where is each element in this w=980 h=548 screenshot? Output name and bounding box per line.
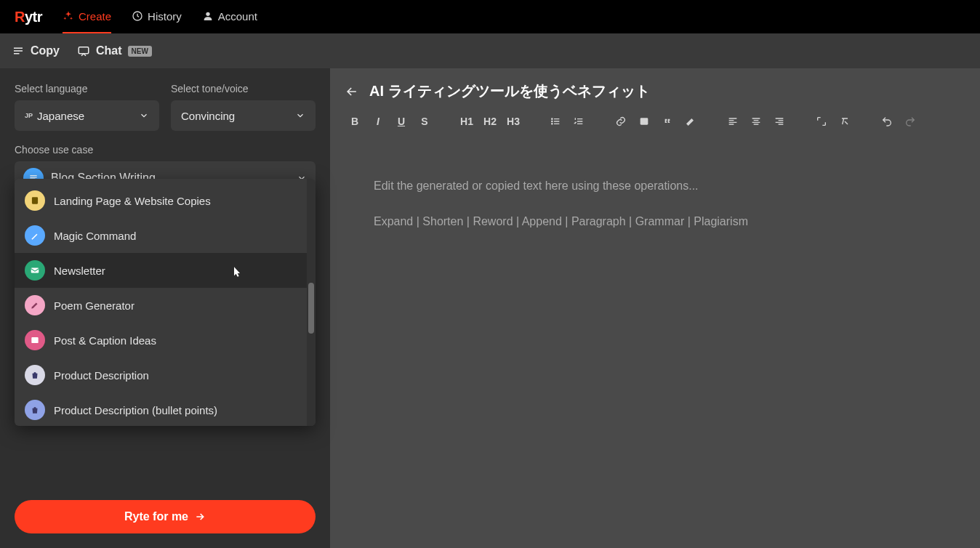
top-nav: Rytr Create History Account — [0, 0, 980, 33]
scrollbar[interactable] — [307, 179, 316, 426]
tone-label: Select tone/voice — [171, 83, 316, 94]
ryte-button[interactable]: Ryte for me — [15, 500, 316, 533]
underline-button[interactable]: U — [391, 111, 411, 132]
doc-header: AI ライティングツールを使うベネフィット — [330, 68, 980, 108]
user-icon — [202, 10, 214, 22]
doc-title[interactable]: AI ライティングツールを使うベネフィット — [369, 81, 650, 101]
tab-create-label: Create — [79, 10, 111, 23]
sidebar: Select language JP Japanese Select tone/… — [0, 68, 330, 548]
editor-placeholder: Edit the generated or copied text here u… — [374, 176, 936, 197]
ryte-button-label: Ryte for me — [124, 510, 188, 523]
new-badge: NEW — [128, 46, 152, 57]
chat-icon — [77, 44, 90, 57]
menu-icon — [12, 44, 25, 57]
redo-button[interactable] — [900, 111, 920, 132]
svg-point-1 — [206, 12, 209, 16]
chevron-down-icon — [295, 110, 305, 121]
tone-select[interactable]: Convincing — [171, 100, 316, 131]
dropdown-item[interactable]: Product Description — [15, 358, 307, 392]
history-icon — [132, 10, 143, 22]
svg-point-8 — [552, 124, 553, 124]
list-ul-button[interactable] — [545, 111, 566, 132]
dropdown-item-label: Product Description — [54, 369, 149, 382]
clear-format-button[interactable] — [835, 111, 855, 132]
dropdown-item[interactable]: Product Description (bullet points) — [15, 392, 307, 426]
sub-bar: Copy Chat NEW — [0, 33, 980, 68]
tab-history-label: History — [148, 10, 182, 23]
tab-create[interactable]: Create — [63, 0, 111, 33]
image-icon — [25, 330, 45, 350]
link-button[interactable] — [611, 111, 631, 132]
bag-icon — [25, 400, 45, 420]
svg-point-6 — [552, 118, 553, 119]
language-prefix: JP — [25, 112, 33, 119]
italic-button[interactable]: I — [368, 111, 388, 132]
h1-button[interactable]: H1 — [457, 111, 477, 132]
nav-tabs: Create History Account — [63, 0, 257, 33]
arrow-right-icon — [194, 511, 206, 523]
mode-chat-label: Chat — [96, 44, 122, 57]
h3-button[interactable]: H3 — [503, 111, 523, 132]
dropdown-item[interactable]: Poem Generator — [15, 288, 307, 323]
mode-copy-label: Copy — [31, 44, 60, 57]
mode-chat[interactable]: Chat NEW — [77, 44, 152, 57]
strike-button[interactable]: S — [414, 111, 435, 132]
chevron-down-icon — [139, 110, 149, 121]
svg-rect-9 — [640, 118, 648, 124]
dropdown-item-label: Post & Caption Ideas — [54, 334, 156, 347]
undo-button[interactable] — [877, 111, 897, 132]
mode-copy[interactable]: Copy — [12, 44, 60, 57]
svg-point-7 — [552, 121, 553, 121]
tone-value: Convincing — [181, 110, 235, 122]
editor-toolbar: B I U S H1 H2 H3 — [330, 108, 980, 142]
editor-ops: Expand | Shorten | Reword | Append | Par… — [374, 211, 936, 233]
back-button[interactable] — [345, 84, 359, 99]
svg-rect-5 — [31, 337, 38, 343]
align-center-button[interactable] — [746, 111, 766, 132]
sparkle-icon — [63, 10, 74, 22]
dropdown-item-label: Landing Page & Website Copies — [54, 195, 211, 207]
language-label: Select language — [15, 83, 159, 94]
align-left-button[interactable] — [723, 111, 743, 132]
tab-account-label: Account — [218, 10, 257, 23]
wand-icon — [25, 225, 45, 246]
page-icon — [25, 190, 45, 211]
bag-icon — [25, 365, 45, 385]
logo: Rytr — [15, 9, 42, 25]
bold-button[interactable]: B — [345, 111, 365, 132]
svg-rect-3 — [32, 197, 38, 204]
editor-body[interactable]: Edit the generated or copied text here u… — [330, 142, 980, 266]
tab-history[interactable]: History — [132, 0, 182, 33]
usecase-dropdown: Landing Page & Website CopiesMagic Comma… — [15, 179, 316, 426]
main: Select language JP Japanese Select tone/… — [0, 68, 980, 548]
quote-button[interactable] — [657, 111, 678, 132]
dropdown-item[interactable]: Post & Caption Ideas — [15, 323, 307, 358]
dropdown-item[interactable]: Newsletter — [15, 253, 307, 288]
dropdown-item-label: Product Description (bullet points) — [54, 404, 217, 416]
scrollbar-thumb[interactable] — [308, 283, 314, 334]
h2-button[interactable]: H2 — [480, 111, 500, 132]
editor-pane: AI ライティングツールを使うベネフィット B I U S H1 H2 H3 — [330, 68, 980, 548]
svg-rect-2 — [79, 47, 89, 54]
svg-rect-4 — [31, 268, 39, 273]
highlight-button[interactable] — [680, 111, 701, 132]
dropdown-item[interactable]: Landing Page & Website Copies — [15, 183, 307, 218]
pen-icon — [25, 295, 45, 315]
dropdown-item-label: Poem Generator — [54, 299, 134, 312]
tab-account[interactable]: Account — [202, 0, 257, 33]
list-ol-button[interactable] — [569, 111, 589, 132]
language-select[interactable]: JP Japanese — [15, 100, 159, 131]
language-value: Japanese — [37, 110, 84, 122]
mail-icon — [25, 260, 45, 281]
dropdown-item[interactable]: Magic Command — [15, 218, 307, 253]
dropdown-item-label: Magic Command — [54, 230, 136, 242]
image-button[interactable] — [634, 111, 654, 132]
expand-button[interactable] — [811, 111, 832, 132]
align-right-button[interactable] — [769, 111, 790, 132]
usecase-label: Choose use case — [15, 144, 316, 156]
dropdown-item-label: Newsletter — [54, 265, 105, 277]
